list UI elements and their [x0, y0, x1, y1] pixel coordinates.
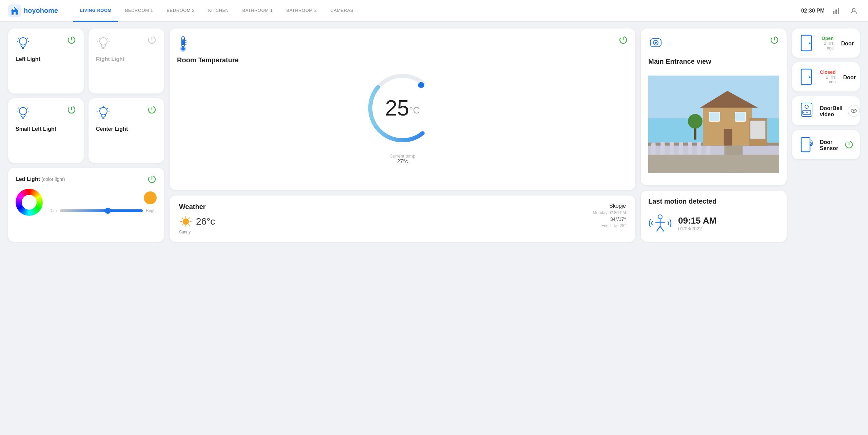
nav-tab-bedroom1[interactable]: BEDROOM 1 [118, 0, 160, 22]
svg-point-102 [809, 43, 811, 44]
temp-center-text: 25°C [385, 96, 420, 121]
door-2-status: Closed [820, 69, 836, 75]
camera-icon [648, 35, 663, 50]
temperature-card: Room Temperature [170, 28, 635, 190]
svg-rect-89 [724, 129, 732, 145]
profile-button[interactable] [848, 5, 860, 17]
temp-title: Room Temperature [177, 56, 628, 64]
door-2-status-col: Closed 2 Hrs ago [820, 69, 836, 84]
svg-line-66 [189, 225, 190, 226]
power-on-icon[interactable] [67, 35, 76, 45]
small-left-light-icon-row [16, 105, 76, 120]
center-light-icon-row [96, 105, 157, 120]
svg-line-68 [182, 225, 183, 226]
power-off-icon[interactable] [147, 35, 157, 45]
center-light-card: Center Light [88, 98, 164, 163]
brightness-slider[interactable] [60, 209, 142, 212]
svg-line-99 [657, 226, 660, 231]
svg-rect-3 [835, 9, 837, 14]
weather-feels: Feels like 28° [593, 223, 626, 228]
door-1-label: Door [841, 41, 854, 47]
doorbell-label-col: DoorBell video [820, 104, 843, 118]
door-2-icon-wrap [798, 68, 815, 86]
nav-tab-bedroom2[interactable]: BEDROOM 2 [160, 0, 201, 22]
power-on-icon-led[interactable] [147, 174, 157, 184]
svg-rect-88 [735, 112, 746, 121]
door-1-status-col: Open 2 Hrs ago [820, 36, 834, 50]
weather-right: Skopje Monday 02:30 PM 34°/17° Feels lik… [593, 203, 626, 228]
weather-title: Weather [179, 203, 215, 211]
stats-button[interactable] [830, 5, 842, 17]
sun-icon [179, 215, 193, 228]
led-header: Led Light (color light) [16, 174, 157, 184]
lights-column: Left Light [8, 28, 164, 242]
nav-tab-bathroom1[interactable]: BATHROOM 1 [235, 0, 279, 22]
svg-line-28 [18, 108, 19, 109]
weather-day: Monday 02:30 PM [593, 210, 626, 215]
nav-tab-living-room[interactable]: LIVING ROOM [73, 0, 118, 22]
small-left-light-card: Small Left Light [8, 98, 84, 163]
logo-area: hoyohome [8, 4, 62, 17]
bulb-icon-2 [16, 105, 31, 120]
svg-line-67 [189, 218, 190, 219]
color-dot [144, 191, 157, 204]
nav-time: 02:30 PM [801, 8, 825, 14]
camera-header [648, 35, 779, 50]
camera-scene [648, 70, 779, 179]
power-on-icon-temp[interactable] [618, 35, 628, 45]
eye-icon [847, 104, 860, 117]
color-wheel[interactable] [16, 189, 43, 216]
svg-rect-87 [709, 112, 720, 121]
door-1-status: Open [820, 36, 834, 41]
doorbell-label: DoorBell video [820, 105, 843, 118]
nav-tab-bathroom2[interactable]: BATHROOM 2 [279, 0, 323, 22]
weather-card: Weather 26°c Sunny [170, 195, 635, 242]
power-on-icon-cam[interactable] [770, 35, 779, 45]
motion-body: 09:15 AM 01/08/2022 [648, 211, 779, 235]
sensor-label-col: Door Sensor [820, 138, 840, 151]
doorbell-eye-btn[interactable] [847, 104, 860, 117]
camera-column: Main Entrance view [641, 28, 787, 242]
svg-line-38 [99, 108, 100, 109]
door-1-icon-wrap [798, 34, 815, 52]
door-1-ago: 2 Hrs ago [820, 41, 834, 50]
nav-tab-cameras[interactable]: CAMERAS [323, 0, 360, 22]
sensor-power[interactable] [844, 140, 854, 149]
right-light-label: Right Light [96, 56, 157, 62]
power-on-icon-3[interactable] [147, 105, 157, 115]
svg-point-6 [19, 38, 27, 45]
svg-rect-116 [801, 138, 810, 152]
motion-title: Last motion detected [648, 198, 779, 205]
door-2-label-col: Door [843, 73, 856, 81]
svg-point-59 [418, 82, 424, 88]
temp-current-label: Current temp [177, 153, 628, 159]
svg-point-60 [183, 219, 189, 225]
weather-condition: Sunny [179, 230, 215, 234]
right-light-card: Right Light [88, 28, 164, 94]
color-wheel-inner [22, 195, 37, 210]
logo-text: hoyohome [24, 7, 58, 15]
svg-rect-1 [13, 8, 15, 10]
bright-label: Bright [146, 208, 157, 213]
motion-person-icon [648, 211, 672, 235]
slider-row: Dim Bright [50, 208, 157, 213]
motion-date: 01/08/2022 [678, 226, 716, 231]
weather-range: 34°/17° [593, 216, 626, 222]
doorbell-icon-wrap [798, 102, 815, 120]
led-light-card: Led Light (color light) Dim [8, 168, 164, 242]
left-light-label: Left Light [16, 56, 76, 62]
nav-tab-kitchen[interactable]: KITCHEN [201, 0, 236, 22]
camera-card: Main Entrance view [641, 28, 787, 185]
temp-circle[interactable]: 25°C [177, 67, 628, 149]
svg-line-29 [27, 108, 28, 109]
camera-feed [648, 70, 779, 179]
svg-point-36 [100, 107, 107, 115]
svg-line-19 [107, 38, 108, 39]
center-column: Room Temperature [170, 28, 635, 242]
led-controls: Dim Bright [16, 189, 157, 216]
led-sublabel-text: (color light) [41, 177, 65, 182]
power-on-icon-2[interactable] [67, 105, 76, 115]
door-open-icon [799, 34, 814, 52]
weather-city: Skopje [593, 203, 626, 209]
logo-icon [8, 4, 21, 17]
